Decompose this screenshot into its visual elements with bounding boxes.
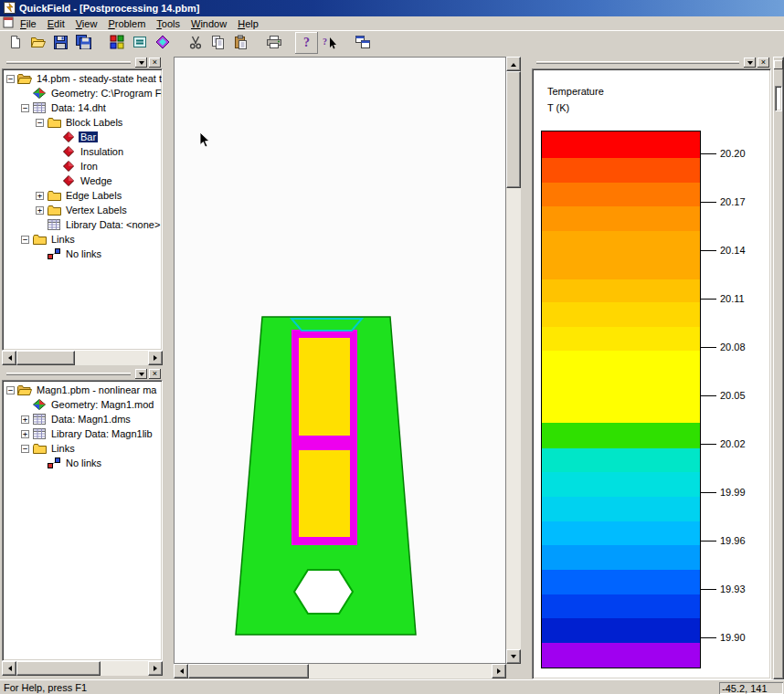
horizontal-scrollbar[interactable] [174,664,506,678]
collapse-icon[interactable]: − [6,386,15,394]
pane-close-button[interactable]: × [758,58,769,68]
wizard-button[interactable] [151,32,174,54]
expand-icon[interactable]: + [36,192,44,200]
tree-item-wedge[interactable]: Wedge [3,174,162,188]
scroll-left-button[interactable] [2,661,16,676]
hole-region[interactable] [294,570,353,614]
save-button[interactable] [49,32,72,54]
strip-button[interactable] [774,60,783,69]
tree-item-14-pbm-steady-state-heat-t[interactable]: −14.pbm - steady-state heat t [3,71,162,86]
open-button[interactable] [26,32,49,54]
collapse-icon[interactable]: − [6,75,15,83]
pane-drag-grip[interactable] [6,373,131,375]
field-picture-button[interactable] [105,32,128,54]
tree-item-data-magn1-dms[interactable]: +Data: Magn1.dms [3,412,162,426]
horizontal-scrollbar[interactable] [2,351,163,365]
collapse-icon[interactable]: − [21,236,29,244]
tick-label: 19.93 [720,584,746,594]
tree-item-vertex-labels[interactable]: +Vertex Labels [3,203,162,217]
calculator-button[interactable] [128,32,151,54]
tree-item-bar[interactable]: Bar [3,130,162,144]
title-bar: QuickField - [Postprocessing 14.pbm] [0,0,784,16]
scroll-right-button[interactable] [148,661,163,676]
scrollbar-track[interactable] [16,661,148,676]
copy-button[interactable] [207,32,229,54]
bar-region-lower[interactable] [299,450,350,537]
pane-drag-grip[interactable] [536,61,739,64]
legend-color-band [542,302,700,327]
tree-item-links[interactable]: −Links [3,232,162,247]
menu-problem[interactable]: Problem [102,17,151,30]
scroll-left-button[interactable] [174,664,188,678]
vertical-scrollbar[interactable] [506,57,521,664]
tree-item-magn1-pbm-nonlinear-ma[interactable]: −Magn1.pbm - nonlinear ma [3,383,162,397]
svg-text:?: ? [303,36,310,49]
legend-color-band [542,158,700,183]
menu-file[interactable]: File [15,17,42,30]
new-button[interactable] [4,32,26,54]
tree-item-library-data-none[interactable]: Library Data: <none> [3,217,162,232]
save-all-button[interactable] [72,32,95,54]
print-button[interactable] [262,32,285,54]
collapse-icon[interactable]: − [21,104,29,112]
pane-close-button[interactable]: × [149,58,161,68]
menu-view[interactable]: View [70,17,103,30]
tree-item-edge-labels[interactable]: +Edge Labels [3,188,162,203]
tree-item-geometry-magn1-mod[interactable]: Geometry: Magn1.mod [3,397,162,412]
pane-dropdown-button[interactable] [135,58,147,68]
context-help-button[interactable]: ? [318,32,341,54]
tree-item-no-links[interactable]: No links [3,247,162,261]
expand-icon[interactable]: + [21,415,29,424]
tree-item-insulation[interactable]: Insulation [3,144,162,159]
scroll-left-button[interactable] [2,351,16,365]
model-view-canvas[interactable] [174,57,506,664]
expand-icon[interactable]: + [36,206,44,215]
scroll-down-button[interactable] [506,649,521,664]
scrollbar-thumb[interactable] [16,661,101,676]
windows-button[interactable] [351,32,374,54]
help-button[interactable]: ? [295,32,318,54]
folder-icon [47,189,61,202]
bar-region-upper[interactable] [299,338,350,436]
scroll-up-button[interactable] [506,57,521,71]
table-icon [32,101,47,114]
document-icon[interactable] [3,16,15,30]
collapse-icon[interactable]: − [21,445,29,453]
wedge-region[interactable] [291,319,362,331]
scrollbar-track[interactable] [188,664,492,678]
menu-window[interactable]: Window [185,17,232,30]
save-icon [54,36,68,51]
tree-item-label: Geometry: C:\Program Fi [49,88,163,99]
tree-item-no-links[interactable]: No links [3,456,162,470]
arrow-left-icon [177,668,184,674]
horizontal-scrollbar[interactable] [2,661,163,676]
tree-item-data-14-dht[interactable]: −Data: 14.dht [3,100,162,115]
tree-item-label: Links [49,443,77,454]
menu-help[interactable]: Help [232,17,264,30]
menu-tools[interactable]: Tools [151,17,185,30]
pane-drag-grip[interactable] [6,61,131,64]
paste-button[interactable] [229,32,252,54]
cut-button[interactable] [184,32,207,54]
menu-edit[interactable]: Edit [42,17,70,30]
pane-close-button[interactable]: × [149,369,161,379]
tree-item-block-labels[interactable]: −Block Labels [3,115,162,130]
tree-item-label: Data: Magn1.dms [49,414,132,425]
scrollbar-track[interactable] [506,71,521,649]
tick-line [701,589,716,590]
tree-item-iron[interactable]: Iron [3,159,162,174]
scrollbar-track[interactable] [16,351,148,365]
scrollbar-thumb[interactable] [16,351,75,365]
tree-item-geometry-c-program-fi[interactable]: Geometry: C:\Program Fi [3,86,162,100]
pane-dropdown-button[interactable] [744,58,756,68]
collapse-icon[interactable]: − [36,119,44,127]
tree-item-library-data-magn1lib[interactable]: +Library Data: Magn1lib [3,426,162,441]
scroll-right-button[interactable] [148,351,163,365]
expand-icon[interactable]: + [21,430,29,438]
menu-bar: FileEditViewProblemToolsWindowHelp [0,16,784,30]
scrollbar-thumb[interactable] [188,664,309,678]
scrollbar-thumb[interactable] [506,71,521,188]
tree-item-links[interactable]: −Links [3,441,162,456]
scroll-right-button[interactable] [492,664,506,678]
pane-dropdown-button[interactable] [135,369,147,379]
